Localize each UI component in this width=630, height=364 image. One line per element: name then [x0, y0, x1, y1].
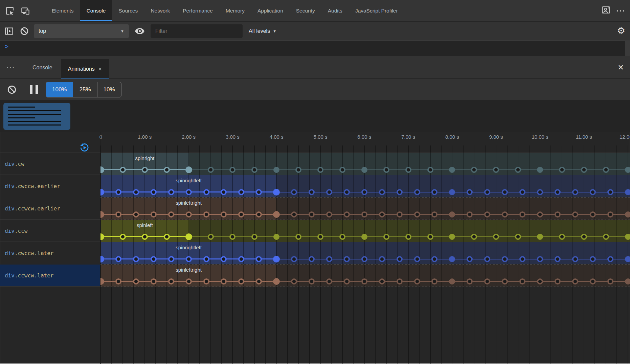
iteration-dot[interactable]: [449, 256, 455, 262]
keyframe-dot[interactable]: [168, 278, 174, 285]
keyframe-dot[interactable]: [379, 256, 385, 262]
keyframe-dot[interactable]: [519, 189, 525, 195]
tab-javascript-profiler[interactable]: JavaScript Profiler: [349, 0, 404, 21]
keyframe-dot[interactable]: [344, 278, 350, 285]
keyframe-dot[interactable]: [256, 189, 262, 195]
keyframe-dot[interactable]: [344, 189, 350, 195]
keyframe-dot[interactable]: [603, 167, 609, 173]
keyframe-dot[interactable]: [515, 234, 521, 240]
tab-network[interactable]: Network: [144, 0, 176, 21]
keyframe-dot[interactable]: [151, 256, 157, 262]
animation-bar-active-region[interactable]: [101, 220, 189, 242]
animation-bar-active-region[interactable]: [101, 175, 276, 197]
close-tab-icon[interactable]: ✕: [98, 66, 102, 72]
keyframe-dot[interactable]: [151, 189, 157, 195]
keyframe-dot[interactable]: [537, 256, 543, 262]
iteration-dot[interactable]: [185, 166, 192, 173]
iteration-dot[interactable]: [449, 234, 455, 240]
keyframe-dot[interactable]: [133, 278, 139, 285]
keyframe-dot[interactable]: [379, 189, 385, 195]
keyframe-dot[interactable]: [431, 278, 437, 285]
iteration-dot[interactable]: [449, 211, 455, 218]
iteration-dot[interactable]: [449, 189, 455, 195]
keyframe-dot[interactable]: [559, 167, 565, 173]
iteration-dot[interactable]: [361, 234, 367, 240]
keyframe-dot[interactable]: [502, 256, 508, 262]
keyframe-dot[interactable]: [221, 211, 227, 218]
keyframe-dot[interactable]: [471, 167, 477, 173]
keyframe-dot[interactable]: [309, 278, 315, 285]
keyframe-dot[interactable]: [295, 234, 301, 240]
keyframe-dot[interactable]: [493, 234, 499, 240]
speed-button-10[interactable]: 10%: [97, 82, 121, 97]
animation-row-selector[interactable]: div.ccwcw.later: [0, 265, 100, 287]
keyframe-dot[interactable]: [537, 211, 543, 218]
iteration-dot[interactable]: [273, 211, 280, 218]
keyframe-dot[interactable]: [519, 211, 525, 218]
iteration-dot[interactable]: [100, 256, 104, 263]
keyframe-dot[interactable]: [186, 278, 192, 285]
tab-console[interactable]: Console: [80, 0, 112, 21]
keyframe-dot[interactable]: [291, 278, 297, 285]
keyframe-dot[interactable]: [238, 278, 244, 285]
iteration-dot[interactable]: [625, 234, 630, 240]
keyframe-dot[interactable]: [309, 256, 315, 262]
keyframe-dot[interactable]: [431, 211, 437, 218]
keyframe-dot[interactable]: [326, 189, 332, 195]
iteration-dot[interactable]: [273, 189, 280, 196]
close-drawer-icon[interactable]: ✕: [618, 63, 624, 72]
replay-icon[interactable]: [79, 142, 90, 153]
animation-row-selector[interactable]: div.cw: [0, 153, 100, 175]
keyframe-dot[interactable]: [590, 256, 596, 262]
keyframe-dot[interactable]: [493, 167, 499, 173]
keyframe-dot[interactable]: [405, 167, 411, 173]
iteration-dot[interactable]: [100, 278, 104, 285]
keyframe-dot[interactable]: [555, 278, 561, 285]
keyframe-dot[interactable]: [555, 256, 561, 262]
animation-bar-active-region[interactable]: [101, 265, 276, 287]
tab-performance[interactable]: Performance: [176, 0, 219, 21]
keyframe-dot[interactable]: [397, 211, 403, 218]
keyframe-dot[interactable]: [467, 189, 473, 195]
keyframe-dot[interactable]: [414, 211, 420, 218]
iteration-dot[interactable]: [100, 233, 104, 240]
iteration-dot[interactable]: [273, 278, 280, 285]
keyframe-dot[interactable]: [590, 189, 596, 195]
keyframe-dot[interactable]: [151, 211, 157, 218]
keyframe-dot[interactable]: [572, 189, 578, 195]
keyframe-dot[interactable]: [537, 189, 543, 195]
keyframe-dot[interactable]: [379, 211, 385, 218]
keyframe-dot[interactable]: [344, 211, 350, 218]
keyframe-dot[interactable]: [467, 278, 473, 285]
keyframe-dot[interactable]: [397, 278, 403, 285]
keyframe-dot[interactable]: [414, 256, 420, 262]
keyframe-dot[interactable]: [168, 256, 174, 262]
iteration-dot[interactable]: [273, 167, 279, 173]
keyframe-dot[interactable]: [142, 234, 148, 240]
keyframe-dot[interactable]: [572, 256, 578, 262]
keyframe-dot[interactable]: [256, 278, 262, 285]
keyframe-dot[interactable]: [164, 234, 170, 240]
log-levels-dropdown[interactable]: All levels ▼: [249, 28, 276, 34]
keyframe-dot[interactable]: [120, 234, 126, 240]
animation-row-selector[interactable]: div.ccwcw.earlier: [0, 198, 100, 220]
keyframe-dot[interactable]: [471, 234, 477, 240]
keyframe-dot[interactable]: [515, 167, 521, 173]
keyframe-dot[interactable]: [397, 189, 403, 195]
iteration-dot[interactable]: [625, 167, 630, 173]
keyframe-dot[interactable]: [221, 189, 227, 195]
keyframe-dot[interactable]: [519, 256, 525, 262]
iteration-dot[interactable]: [100, 189, 104, 196]
keyframe-dot[interactable]: [251, 234, 257, 240]
keyframe-dot[interactable]: [519, 278, 525, 285]
console-prompt[interactable]: >: [0, 40, 630, 56]
speed-button-100[interactable]: 100%: [46, 82, 73, 97]
eye-icon[interactable]: [134, 26, 145, 37]
keyframe-dot[interactable]: [326, 211, 332, 218]
keyframe-dot[interactable]: [168, 189, 174, 195]
keyframe-dot[interactable]: [405, 234, 411, 240]
keyframe-dot[interactable]: [133, 189, 139, 195]
iteration-dot[interactable]: [449, 167, 455, 173]
keyframe-dot[interactable]: [361, 278, 367, 285]
iteration-dot[interactable]: [100, 211, 104, 218]
